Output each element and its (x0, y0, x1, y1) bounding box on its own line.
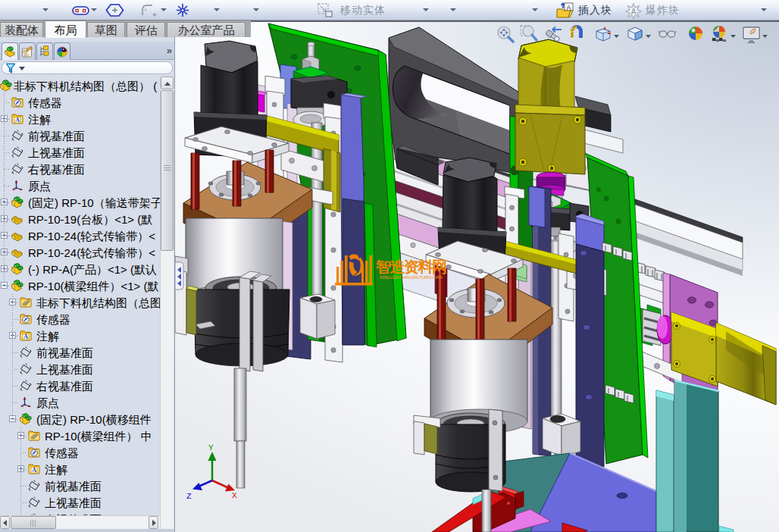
svg-text:A: A (566, 4, 571, 11)
svg-text:INTELLIGENT MANUFACTURING DATA: INTELLIGENT MANUFACTURING DATA (380, 275, 443, 280)
svg-text:Y: Y (208, 443, 214, 452)
svg-text:A: A (631, 8, 637, 16)
svg-text:Z: Z (186, 492, 192, 501)
svg-text:智造资料网: 智造资料网 (375, 258, 446, 275)
svg-text:X: X (232, 491, 237, 500)
